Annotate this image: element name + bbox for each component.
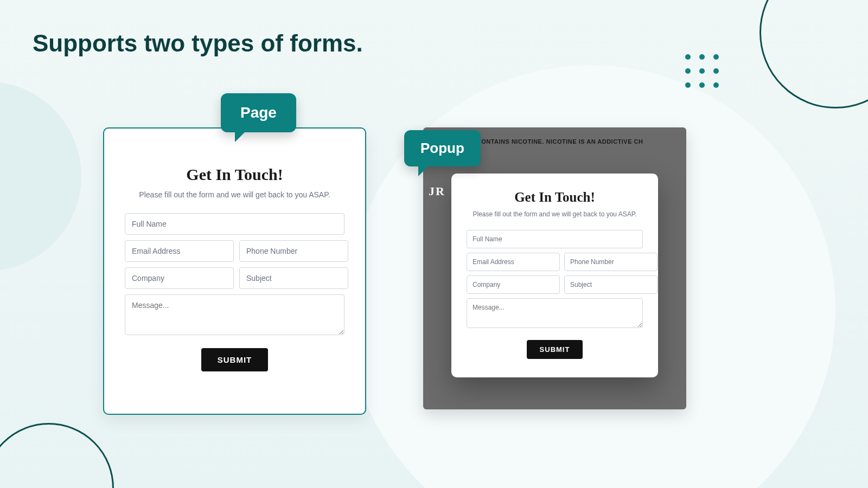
message-textarea[interactable] <box>125 294 344 335</box>
form-subtitle: Please fill out the form and we will get… <box>467 210 643 218</box>
decorative-arc-bottom <box>0 423 114 488</box>
phone-input[interactable] <box>239 240 348 262</box>
email-input[interactable] <box>467 253 560 271</box>
email-input[interactable] <box>125 240 234 262</box>
form-title: Get In Touch! <box>125 165 344 184</box>
message-textarea[interactable] <box>467 298 643 328</box>
page-form-card: Get In Touch! Please fill out the form a… <box>103 127 366 415</box>
decorative-arc-top <box>760 0 868 108</box>
label-bubble-popup: Popup <box>404 130 481 166</box>
subject-input[interactable] <box>239 267 348 289</box>
page-heading: Supports two types of forms. <box>33 30 363 57</box>
label-bubble-page: Page <box>221 93 296 132</box>
submit-button[interactable]: SUBMIT <box>201 348 269 371</box>
backdrop-logo-fragment: JR <box>429 184 445 198</box>
full-name-input[interactable] <box>467 230 643 248</box>
subject-input[interactable] <box>564 275 658 294</box>
form-title: Get In Touch! <box>467 190 643 205</box>
decorative-circle-left <box>0 81 81 271</box>
company-input[interactable] <box>467 275 560 294</box>
popup-backdrop: CT CONTAINS NICOTINE. NICOTINE IS AN ADD… <box>423 127 686 409</box>
company-input[interactable] <box>125 267 234 289</box>
popup-form-card: Get In Touch! Please fill out the form a… <box>451 174 658 377</box>
decorative-dots <box>685 54 719 88</box>
submit-button[interactable]: SUBMIT <box>527 340 583 359</box>
form-subtitle: Please fill out the form and we will get… <box>125 190 344 199</box>
full-name-input[interactable] <box>125 213 344 235</box>
phone-input[interactable] <box>564 253 658 271</box>
